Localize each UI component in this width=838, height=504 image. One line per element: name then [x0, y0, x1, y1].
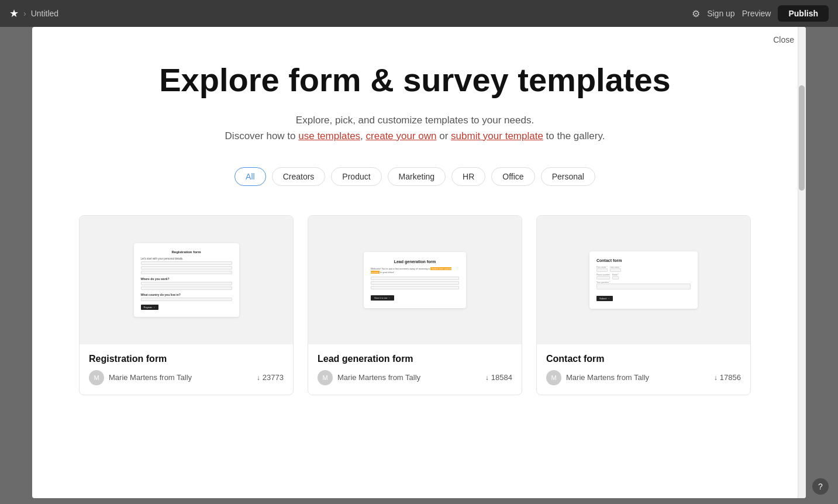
scrollbar-thumb[interactable]: [799, 85, 805, 191]
close-button[interactable]: Close: [773, 35, 794, 44]
template-meta-registration: M Marie Martens from Tally ↓ 23773: [89, 370, 284, 385]
filter-tab-product[interactable]: Product: [331, 167, 381, 186]
preview-button[interactable]: Preview: [742, 9, 771, 18]
template-author-lead: M Marie Martens from Tally: [318, 370, 420, 385]
download-count-registration: 23773: [263, 373, 284, 382]
settings-icon[interactable]: ⚙: [692, 8, 700, 19]
download-icon-registration: ↓: [257, 374, 260, 382]
mini-form-contact: Contact form First name * Last name *: [589, 251, 698, 309]
template-card-lead[interactable]: Lead generation form Welcome! You're jus…: [308, 215, 522, 395]
submit-template-link[interactable]: submit your template: [451, 130, 543, 141]
filter-tab-all[interactable]: All: [234, 167, 266, 186]
hero-section: Explore form & survey templates Explore,…: [79, 62, 751, 144]
hero-title: Explore form & survey templates: [79, 62, 751, 98]
mini-form-lead: Lead generation form Welcome! You're jus…: [364, 252, 466, 308]
modal-content: Explore form & survey templates Explore,…: [32, 27, 798, 498]
template-preview-lead: Lead generation form Welcome! You're jus…: [308, 216, 522, 344]
download-count-contact: 17856: [720, 373, 741, 382]
template-downloads-lead: ↓ 18584: [485, 373, 512, 382]
template-meta-lead: M Marie Martens from Tally ↓ 18584: [318, 370, 512, 385]
template-info-lead: Lead generation form M Marie Martens fro…: [308, 344, 522, 395]
author-name-registration: Marie Martens from Tally: [109, 373, 192, 382]
filter-tab-hr[interactable]: HR: [451, 167, 485, 186]
author-name-contact: Marie Martens from Tally: [566, 373, 649, 382]
help-button[interactable]: ?: [812, 478, 829, 495]
filter-tabs: All Creators Product Marketing HR Office…: [79, 167, 751, 186]
template-downloads-registration: ↓ 23773: [257, 373, 284, 382]
author-avatar-lead: M: [318, 370, 333, 385]
publish-button[interactable]: Publish: [778, 5, 829, 22]
template-name-contact: Contact form: [546, 354, 741, 364]
template-author-registration: M Marie Martens from Tally: [89, 370, 192, 385]
download-icon-lead: ↓: [485, 374, 489, 382]
template-name-lead: Lead generation form: [318, 354, 512, 364]
template-name-registration: Registration form: [89, 354, 284, 364]
template-meta-contact: M Marie Martens from Tally ↓ 17856: [546, 370, 741, 385]
filter-tab-personal[interactable]: Personal: [541, 167, 595, 186]
hero-subtitle: Explore, pick, and customize templates t…: [79, 112, 751, 144]
template-preview-registration: Registration form Let's start with your …: [80, 216, 293, 344]
template-info-registration: Registration form M Marie Martens from T…: [80, 344, 293, 395]
download-icon-contact: ↓: [714, 374, 718, 382]
use-templates-link[interactable]: use templates: [298, 130, 360, 141]
template-grid: Registration form Let's start with your …: [79, 215, 751, 395]
template-author-contact: M Marie Martens from Tally: [546, 370, 649, 385]
filter-tab-creators[interactable]: Creators: [272, 167, 326, 186]
topbar: ★ › Untitled ⚙ Sign up Preview Publish: [0, 0, 838, 27]
template-gallery-modal: Close Explore form & survey templates Ex…: [32, 27, 806, 498]
template-preview-contact: Contact form First name * Last name *: [537, 216, 750, 344]
topbar-actions: ⚙ Sign up Preview Publish: [692, 5, 829, 22]
template-info-contact: Contact form M Marie Martens from Tally …: [537, 344, 750, 395]
template-card-registration[interactable]: Registration form Let's start with your …: [79, 215, 294, 395]
template-card-contact[interactable]: Contact form First name * Last name *: [536, 215, 751, 395]
document-title: Untitled: [31, 9, 58, 18]
create-own-link[interactable]: create your own: [366, 130, 437, 141]
author-name-lead: Marie Martens from Tally: [337, 373, 420, 382]
download-count-lead: 18584: [491, 373, 512, 382]
template-downloads-contact: ↓ 17856: [714, 373, 741, 382]
author-avatar-contact: M: [546, 370, 561, 385]
signup-button[interactable]: Sign up: [707, 9, 734, 18]
author-avatar-registration: M: [89, 370, 104, 385]
breadcrumb-separator: ›: [23, 9, 26, 18]
logo-icon[interactable]: ★: [9, 7, 19, 20]
mini-form-registration: Registration form Let's start with your …: [134, 243, 239, 317]
scrollbar[interactable]: [798, 27, 806, 498]
filter-tab-marketing[interactable]: Marketing: [388, 167, 446, 186]
filter-tab-office[interactable]: Office: [491, 167, 534, 186]
